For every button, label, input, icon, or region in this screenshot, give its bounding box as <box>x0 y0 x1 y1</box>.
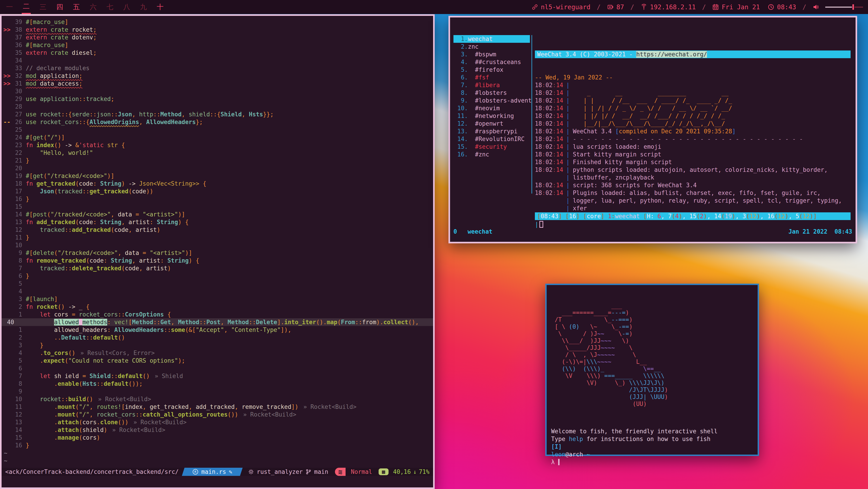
code-line[interactable]: 25 <box>2 126 433 134</box>
code-line[interactable]: 6 <box>2 365 433 372</box>
weechat-window[interactable]: 1.weechat2.znc3. #bspwm4. ##crustaceans5… <box>448 16 857 243</box>
code-line[interactable]: 34 <box>2 57 433 64</box>
volume-slider[interactable] <box>825 4 863 10</box>
weechat-url-link[interactable]: https://weechat.org/ <box>636 51 707 58</box>
buffer-item[interactable]: 6. #fsf <box>454 74 530 81</box>
tmux-window-list[interactable]: 0 weechat <box>454 228 492 235</box>
code-line[interactable]: 16} <box>2 195 433 203</box>
code-line[interactable]: 18fn get_tracked(code: String) -> Json<V… <box>2 180 433 188</box>
code-line[interactable]: 23fn index() -> &'static str { <box>2 141 433 149</box>
workspace-item-10[interactable]: 十 <box>156 0 165 14</box>
workspace-item-3[interactable]: 三 <box>38 0 48 14</box>
text-span: : <box>160 257 167 264</box>
message-separator: | <box>564 143 573 150</box>
code-line[interactable]: 10 rocket::build()» Rocket<Build> <box>2 395 433 403</box>
code-line[interactable]: 8fn remove_tracked(code: String, artist:… <box>2 257 433 264</box>
code-line[interactable]: 36#[macro_use] <box>2 41 433 49</box>
weechat-input-line[interactable]: | <box>535 221 543 228</box>
code-line[interactable]: 7 tracked::delete_tracked(code, artist) <box>2 264 433 272</box>
code-line[interactable]: >>38extern crate rocket; <box>2 26 433 33</box>
code-line[interactable]: 7 let sh ield = Shield::default()» Shiel… <box>2 372 433 380</box>
workspace-item-1[interactable]: 一 <box>5 0 14 14</box>
code-line[interactable]: 2fn rocket() -> _ { <box>2 303 433 311</box>
code-line[interactable]: 40 allowed_methods: vec![Method::Get, Me… <box>2 318 433 326</box>
buffer-item[interactable]: 12. #openwrt <box>454 120 530 127</box>
text-span: 18 <box>535 120 542 127</box>
buffer-item[interactable]: 9. #lobsters-advent <box>454 97 530 104</box>
code-line[interactable]: 1 let cors = rocket_cors::CorsOptions { <box>2 311 433 318</box>
code-line[interactable]: 10 <box>2 241 433 249</box>
code-line[interactable]: 11} <box>2 234 433 241</box>
buffer-item[interactable]: 4. ##crustaceans <box>454 58 530 66</box>
text-span: : <box>93 219 100 226</box>
code-line[interactable]: 27use rocket::{serde::json::Json, http::… <box>2 111 433 118</box>
code-line[interactable]: 14 .attach(shield)» Rocket<Build> <box>2 426 433 434</box>
code-line[interactable]: 29use application::tracked; <box>2 95 433 103</box>
code-line[interactable]: 17 Json(tracked::get_tracked(code)) <box>2 188 433 195</box>
code-line[interactable]: 33// declare modules <box>2 64 433 72</box>
code-line[interactable]: >>31mod data_access; <box>2 80 433 87</box>
buffer-item[interactable]: 15. #security <box>454 143 530 150</box>
code-line[interactable]: 8 .enable(Hsts::default()); <box>2 380 433 387</box>
buffer-item[interactable]: 14. #RevolutionIRC <box>454 135 530 143</box>
buffer-item[interactable]: 13. #raspberrypi <box>454 127 530 135</box>
fish-terminal-window[interactable]: ___ ___======____=---=) /T \_--===) [ \ … <box>545 284 759 456</box>
text-span: 18 <box>535 182 542 189</box>
code-line[interactable]: 9#[delete("/tracked/<code>", data = "<ar… <box>2 249 433 257</box>
buffer-item[interactable]: 16. #znc <box>454 150 530 158</box>
code-line[interactable]: 13 .attach(cors.clone())» Rocket<Build> <box>2 419 433 426</box>
buffer-item[interactable]: 2.znc <box>454 43 530 51</box>
text-span: ( <box>75 403 79 410</box>
code-line[interactable]: 12 tracked::add_tracked(code, artist) <box>2 226 433 234</box>
buffer-item[interactable]: 7. #libera <box>454 81 530 89</box>
buffer-item[interactable]: 8. #lobsters <box>454 89 530 97</box>
code-line[interactable]: 19#[get("/tracked/<code>")] <box>2 172 433 180</box>
code-line[interactable]: 14#[post("/tracked/<code>", data = "<art… <box>2 210 433 218</box>
workspace-item-2[interactable]: 二 <box>22 0 31 14</box>
code-line[interactable]: 15 .manage(cors) <box>2 434 433 441</box>
code-line[interactable]: 1 allowed_headers: AllowedHeaders::some(… <box>2 326 433 334</box>
workspace-item-6[interactable]: 六 <box>89 0 98 14</box>
code-line[interactable]: 6} <box>2 272 433 280</box>
code-line[interactable]: 5 <box>2 280 433 288</box>
buffer-item-selected[interactable]: 1.weechat <box>454 35 530 43</box>
workspace-item-8[interactable]: 八 <box>122 0 131 14</box>
code-line[interactable]: 24#[get("/")] <box>2 134 433 141</box>
code-line[interactable]: 28 <box>2 103 433 111</box>
calendar-icon <box>712 4 719 10</box>
workspace-item-4[interactable]: 四 <box>55 0 64 14</box>
buffer-item[interactable]: 5. #firefox <box>454 66 530 74</box>
code-line[interactable]: 13fn add_tracked(code: String, artist: S… <box>2 218 433 226</box>
code-line[interactable]: 15 <box>2 203 433 210</box>
code-line[interactable]: 30 <box>2 87 433 95</box>
code-line[interactable]: 37extern crate dotenv; <box>2 33 433 41</box>
text-span: ~~ <box>597 330 604 337</box>
shell-prompt[interactable]: λ <box>551 458 753 466</box>
volume-slider-thumb[interactable] <box>852 4 854 10</box>
code-line[interactable]: 20 <box>2 164 433 172</box>
code-line[interactable]: 3#[launch] <box>2 295 433 303</box>
code-line[interactable]: 39#[macro_use] <box>2 18 433 26</box>
code-line[interactable]: 4 .to_cors()» Result<Cors, Error> <box>2 349 433 357</box>
buffer-item[interactable]: 11. #networking <box>454 112 530 120</box>
code-line[interactable]: 4 <box>2 288 433 295</box>
buffer-item[interactable]: 10. #neovim <box>454 104 530 112</box>
code-line[interactable]: 5 .expect("Could not create CORS options… <box>2 357 433 365</box>
workspace-item-9[interactable]: 九 <box>139 0 148 14</box>
code-line[interactable]: 3 } <box>2 341 433 349</box>
workspace-item-5[interactable]: 五 <box>72 0 81 14</box>
code-line[interactable]: 9 <box>2 387 433 395</box>
code-line[interactable]: 21} <box>2 157 433 164</box>
code-line[interactable]: >>32mod application; <box>2 72 433 80</box>
code-line[interactable]: 11 .mount("/", routes![index, get_tracke… <box>2 403 433 411</box>
code-line[interactable]: 2 ..Default::default() <box>2 334 433 341</box>
code-line[interactable]: 16} <box>2 441 433 449</box>
code-line[interactable]: --26use rocket_cors::{AllowedOrigins, Al… <box>2 118 433 126</box>
workspace-item-7[interactable]: 七 <box>105 0 115 14</box>
editor-window[interactable]: 39#[macro_use]>>38extern crate rocket; 3… <box>0 14 435 489</box>
code-area[interactable]: 39#[macro_use]>>38extern crate rocket; 3… <box>2 16 433 465</box>
buffer-item[interactable]: 3. #bspwm <box>454 51 530 58</box>
code-line[interactable]: 22 "Hello, world!" <box>2 149 433 157</box>
code-line[interactable]: 35extern crate diesel; <box>2 49 433 57</box>
code-line[interactable]: 12 .mount("/", rocket_cors::catch_all_op… <box>2 411 433 419</box>
